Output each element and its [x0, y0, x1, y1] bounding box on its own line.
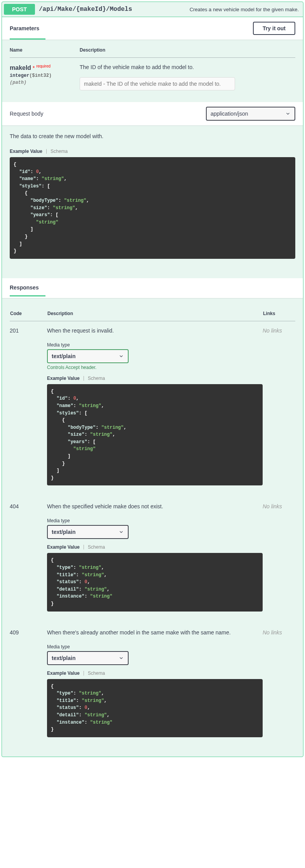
- responses-header: Responses: [2, 278, 303, 298]
- response-example: { "id": 0, "name": "string", "styles": […: [47, 384, 263, 486]
- endpoint-path: /api/Make/{makeId}/Models: [35, 6, 136, 13]
- response-code: 404: [10, 497, 47, 623]
- resp-col-desc: Description: [47, 310, 263, 321]
- response-code: 409: [10, 623, 47, 749]
- param-input[interactable]: [80, 77, 235, 90]
- media-type-value: text/plain: [52, 529, 75, 535]
- content-type-select[interactable]: application/json: [206, 107, 295, 121]
- schema-tabs: Example Value Schema: [47, 376, 263, 381]
- request-body-description: The data to create the new model with.: [10, 133, 295, 139]
- response-desc: When the request is invalid.: [47, 327, 263, 334]
- responses-table: Code Description Links 201 When the requ…: [10, 310, 295, 749]
- request-body-label: Request body: [10, 111, 43, 117]
- tab-separator: [84, 376, 84, 381]
- response-desc: When there's already another model in th…: [47, 629, 263, 636]
- try-it-out-button[interactable]: Try it out: [253, 22, 295, 35]
- tab-example-value[interactable]: Example Value: [47, 544, 80, 550]
- required-star: *: [33, 65, 35, 71]
- response-links: No links: [263, 321, 295, 497]
- tab-example-value[interactable]: Example Value: [47, 376, 80, 381]
- schema-tabs: Example Value Schema: [47, 670, 263, 676]
- response-desc: When the specified vehicle make does not…: [47, 503, 263, 509]
- col-name: Name: [10, 47, 80, 58]
- request-body-example: { "id": 0, "name": "string", "styles": […: [10, 157, 295, 259]
- chevron-down-icon: [285, 111, 291, 116]
- request-body-header: Request body application/json: [2, 102, 303, 125]
- parameters-title: Parameters: [10, 25, 253, 31]
- content-type-value: application/json: [211, 111, 248, 117]
- response-links: No links: [263, 623, 295, 749]
- tab-separator: [84, 545, 84, 549]
- response-example: { "type": "string", "title": "string", "…: [47, 553, 263, 611]
- chevron-down-icon: [119, 655, 124, 661]
- response-code: 201: [10, 321, 47, 497]
- opblock-post: POST /api/Make/{makeId}/Models Creates a…: [2, 2, 303, 757]
- chevron-down-icon: [119, 529, 124, 535]
- param-in: (path): [10, 80, 80, 85]
- tab-schema[interactable]: Schema: [51, 149, 68, 154]
- schema-tabs: Example Value Schema: [47, 544, 263, 550]
- required-text: required: [36, 64, 51, 68]
- controls-accept-text: Controls Accept header.: [47, 365, 263, 370]
- media-type-value: text/plain: [52, 655, 75, 661]
- parameters-header: Parameters Try it out: [2, 17, 303, 40]
- response-links: No links: [263, 497, 295, 623]
- endpoint-summary: Creates a new vehicle model for the give…: [136, 7, 301, 12]
- tab-separator: [46, 149, 47, 154]
- schema-tabs: Example Value Schema: [10, 149, 295, 154]
- media-type-select[interactable]: text/plain: [47, 349, 129, 363]
- col-desc: Description: [80, 47, 295, 58]
- response-example: { "type": "string", "title": "string", "…: [47, 679, 263, 737]
- media-type-select[interactable]: text/plain: [47, 651, 129, 665]
- opblock-summary[interactable]: POST /api/Make/{makeId}/Models Creates a…: [2, 2, 303, 17]
- active-tab-underline: [10, 38, 45, 40]
- chevron-down-icon: [119, 353, 124, 359]
- tab-schema[interactable]: Schema: [88, 376, 105, 381]
- responses-title: Responses: [10, 284, 295, 291]
- media-type-value: text/plain: [52, 353, 75, 359]
- media-type-select[interactable]: text/plain: [47, 525, 129, 539]
- param-format: ($int32): [29, 73, 52, 78]
- response-row: 201 When the request is invalid. Media t…: [10, 321, 295, 497]
- param-type: integer: [10, 73, 29, 78]
- response-row: 409 When there's already another model i…: [10, 623, 295, 749]
- resp-col-code: Code: [10, 310, 47, 321]
- media-type-label: Media type: [47, 644, 263, 650]
- responses-underline: [10, 295, 45, 296]
- method-badge: POST: [4, 4, 35, 15]
- param-description: The ID of the vehicle make to add the mo…: [80, 64, 295, 70]
- parameter-row: makeId * required integer($int32) (path)…: [10, 58, 295, 91]
- response-row: 404 When the specified vehicle make does…: [10, 497, 295, 623]
- tab-example-value[interactable]: Example Value: [10, 149, 42, 154]
- media-type-label: Media type: [47, 518, 263, 523]
- tab-schema[interactable]: Schema: [88, 670, 105, 676]
- resp-col-links: Links: [263, 310, 295, 321]
- parameters-table: Name Description makeId * required integ…: [10, 47, 295, 90]
- tab-schema[interactable]: Schema: [88, 544, 105, 550]
- tab-example-value[interactable]: Example Value: [47, 670, 80, 676]
- media-type-label: Media type: [47, 342, 263, 348]
- param-name: makeId: [10, 64, 31, 71]
- tab-separator: [84, 671, 84, 676]
